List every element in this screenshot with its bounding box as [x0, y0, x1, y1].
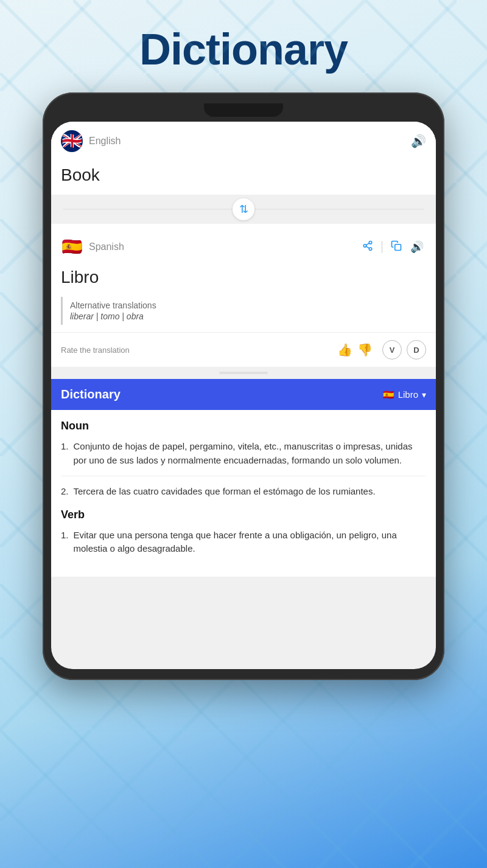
svg-rect-5 [395, 244, 401, 250]
thumbs-up-button[interactable]: 👍 [337, 342, 352, 357]
dict-lang-badge[interactable]: 🇪🇸 Libro ▾ [383, 389, 426, 400]
target-lang-name: Spanish [89, 241, 360, 252]
noun-def-1: 1. Conjunto de hojas de papel, pergamino… [61, 440, 426, 467]
verb-section: Verb 1. Evitar que una persona tenga que… [61, 509, 426, 556]
verb-def-text-1: Evitar que una persona tenga que hacer f… [74, 529, 426, 556]
alt-translations-title: Alternative translations [70, 300, 419, 310]
dict-flag-icon: 🇪🇸 [383, 389, 394, 400]
source-word[interactable]: Book [51, 161, 436, 195]
page-title: Dictionary [0, 0, 487, 92]
def-num-1: 1. [61, 440, 69, 467]
target-word: Libro [51, 264, 436, 294]
scroll-indicator [219, 372, 268, 374]
source-lang-row: English 🔊 [51, 122, 436, 161]
noun-heading: Noun [61, 420, 426, 432]
verb-def-1: 1. Evitar que una persona tenga que hace… [61, 529, 426, 556]
phone-notch [204, 103, 283, 117]
source-flag-icon [61, 130, 83, 152]
alt-translations-box: Alternative translations liberar | tomo … [61, 297, 426, 325]
rating-row: Rate the translation 👍 👎 V D [51, 332, 436, 367]
noun-section: Noun 1. Conjunto de hojas de papel, perg… [61, 420, 426, 499]
target-flag-icon [61, 236, 83, 258]
def-text-2: Tercera de las cuatro cavidades que form… [74, 485, 426, 499]
svg-line-3 [366, 246, 369, 248]
share-icon[interactable] [360, 238, 376, 257]
thumbs-down-button[interactable]: 👎 [357, 342, 373, 357]
phone-container: English 🔊 Book ⇅ Spanish [0, 92, 487, 680]
source-lang-name: English [89, 136, 411, 147]
source-speaker-icon[interactable]: 🔊 [411, 134, 426, 148]
noun-def-2: 2. Tercera de las cuatro cavidades que f… [61, 485, 426, 499]
def-separator-1 [61, 476, 426, 476]
verb-heading: Verb [61, 509, 426, 521]
swap-divider: ⇅ [51, 195, 436, 224]
alt-translations-words: liberar | tomo | obra [70, 311, 419, 321]
translator-section: English 🔊 Book ⇅ Spanish [51, 122, 436, 367]
phone-screen: English 🔊 Book ⇅ Spanish [51, 122, 436, 669]
copy-icon[interactable] [388, 238, 404, 257]
rate-label: Rate the translation [61, 345, 337, 355]
phone-frame: English 🔊 Book ⇅ Spanish [43, 92, 444, 680]
target-speaker-icon[interactable]: 🔊 [408, 238, 426, 256]
def-num-2: 2. [61, 485, 69, 499]
def-text-1: Conjunto de hojas de papel, pergamino, v… [74, 440, 426, 467]
output-section: Spanish [51, 224, 436, 367]
dict-header: Dictionary 🇪🇸 Libro ▾ [51, 379, 436, 410]
d-button[interactable]: D [407, 340, 426, 359]
chevron-down-icon[interactable]: ▾ [422, 390, 426, 400]
svg-line-4 [366, 243, 369, 245]
target-lang-row: Spanish [51, 230, 436, 264]
vertical-divider [382, 241, 382, 253]
dict-content: Noun 1. Conjunto de hojas de papel, perg… [51, 410, 436, 577]
v-button[interactable]: V [382, 340, 402, 359]
dict-title: Dictionary [61, 387, 383, 401]
verb-def-num-1: 1. [61, 529, 69, 556]
dict-word-label: Libro [398, 389, 418, 400]
swap-button[interactable]: ⇅ [233, 198, 254, 220]
action-icons: 🔊 [360, 238, 426, 257]
